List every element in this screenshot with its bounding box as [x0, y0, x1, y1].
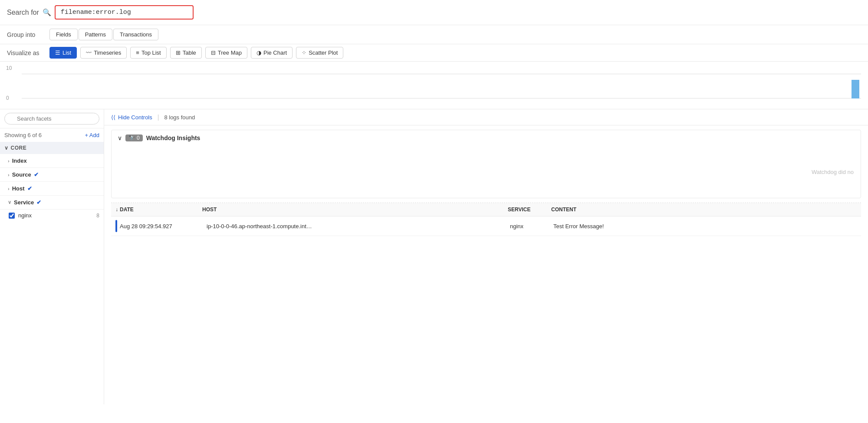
- showing-label: Showing 6 of 6: [4, 132, 42, 138]
- nginx-checkbox[interactable]: [9, 213, 15, 219]
- main-content: 🔍 Showing 6 of 6 + Add ∨ CORE › Index › …: [0, 109, 868, 404]
- hide-controls-button[interactable]: ⟨⟨ Hide Controls: [111, 114, 152, 121]
- group-into-transactions-button[interactable]: Transactions: [113, 29, 158, 40]
- chart-bar: [852, 80, 859, 98]
- list-icon: ☰: [55, 49, 60, 56]
- viz-scatterplot-button[interactable]: ⁘ Scatter Plot: [296, 47, 343, 59]
- td-host: ip-10-0-0-46.ap-northeast-1.compute.int…: [207, 223, 510, 230]
- viz-piechart-button[interactable]: ◑ Pie Chart: [251, 47, 293, 59]
- facet-search-area: 🔍: [0, 109, 104, 128]
- search-bar: Search for 🔍: [0, 0, 868, 25]
- watchdog-header[interactable]: ∨ 🔭 0 Watchdog Insights: [112, 130, 861, 146]
- watchdog-title: Watchdog Insights: [146, 134, 201, 141]
- td-service: nginx: [510, 223, 553, 230]
- watchdog-section: ∨ 🔭 0 Watchdog Insights Watchdog did no: [111, 130, 861, 198]
- chart-area: 10 0: [0, 62, 868, 109]
- visualize-as-row: Visualize as ☰ List 〰 Timeseries ≡ Top L…: [0, 44, 868, 62]
- watchdog-message: Watchdog did no: [812, 169, 854, 175]
- add-facet-button[interactable]: + Add: [85, 132, 99, 138]
- facet-service[interactable]: ∨ Service ✔: [0, 196, 104, 210]
- logs-table: ↓ DATE HOST SERVICE CONTENT Aug 28 09:29…: [111, 203, 861, 236]
- scatterplot-icon: ⁘: [302, 49, 306, 56]
- group-into-patterns-button[interactable]: Patterns: [79, 29, 112, 40]
- chart-y-top-label: 10: [6, 65, 12, 71]
- th-content: CONTENT: [551, 207, 857, 213]
- td-date: Aug 28 09:29:54.927: [120, 223, 207, 230]
- watchdog-badge: 🔭 0: [125, 134, 143, 141]
- host-chevron-icon: ›: [8, 186, 10, 191]
- table-icon: ⊞: [176, 49, 181, 56]
- facet-search-input[interactable]: [4, 113, 99, 125]
- sidebar: 🔍 Showing 6 of 6 + Add ∨ CORE › Index › …: [0, 109, 104, 404]
- facet-source[interactable]: › Source ✔: [0, 168, 104, 182]
- facet-service-nginx-row: nginx 8: [0, 210, 104, 221]
- toplist-icon: ≡: [136, 49, 139, 56]
- source-chevron-icon: ›: [8, 172, 10, 177]
- search-input[interactable]: [55, 5, 194, 20]
- search-for-label: Search for: [7, 9, 39, 16]
- facet-source-label: Source: [12, 171, 31, 178]
- piechart-icon: ◑: [256, 49, 261, 56]
- facet-service-label: Service: [14, 199, 34, 206]
- th-service: SERVICE: [508, 207, 551, 213]
- date-sort-icon: ↓: [115, 207, 118, 213]
- facet-search-wrap: 🔍: [4, 113, 99, 125]
- group-into-fields-button[interactable]: Fields: [49, 29, 78, 40]
- th-host: HOST: [202, 207, 508, 213]
- showing-row: Showing 6 of 6 + Add: [0, 128, 104, 142]
- viz-table-button[interactable]: ⊞ Table: [170, 47, 202, 59]
- search-icon: 🔍: [43, 8, 51, 16]
- group-into-row: Group into Fields Patterns Transactions: [0, 25, 868, 44]
- group-into-label: Group into: [7, 31, 46, 38]
- visualize-as-label: Visualize as: [7, 49, 46, 56]
- facet-host[interactable]: › Host ✔: [0, 182, 104, 196]
- facet-index-label: Index: [12, 157, 27, 164]
- viz-list-button[interactable]: ☰ List: [49, 47, 77, 59]
- watchdog-chevron-icon: ∨: [118, 134, 122, 141]
- chart-bars: [22, 74, 861, 98]
- core-section-label: CORE: [11, 145, 27, 151]
- treemap-icon: ⊟: [211, 49, 216, 56]
- core-chevron-icon: ∨: [4, 145, 9, 151]
- chart-y-bottom-label: 0: [6, 95, 9, 101]
- table-row[interactable]: Aug 28 09:29:54.927 ip-10-0-0-46.ap-nort…: [111, 216, 861, 236]
- viz-treemap-button[interactable]: ⊟ Tree Map: [205, 47, 247, 59]
- facet-index[interactable]: › Index: [0, 154, 104, 168]
- facet-host-label: Host: [12, 185, 25, 192]
- logs-count: 8 logs found: [164, 114, 195, 121]
- viz-toplist-button[interactable]: ≡ Top List: [130, 47, 166, 59]
- hide-controls-icon: ⟨⟨: [111, 114, 115, 121]
- results-header: ⟨⟨ Hide Controls | 8 logs found: [104, 109, 868, 125]
- viz-timeseries-button[interactable]: 〰 Timeseries: [80, 47, 127, 59]
- service-check-icon: ✔: [36, 199, 41, 206]
- nginx-label: nginx: [18, 212, 93, 219]
- watchdog-body: Watchdog did no: [112, 146, 861, 198]
- group-into-buttons: Fields Patterns Transactions: [49, 29, 158, 40]
- core-section-header[interactable]: ∨ CORE: [0, 142, 104, 154]
- results-divider: |: [158, 114, 159, 121]
- table-header-row: ↓ DATE HOST SERVICE CONTENT: [111, 203, 861, 216]
- td-content: Test Error Message!: [553, 223, 857, 230]
- nginx-count: 8: [96, 213, 99, 219]
- right-panel: ⟨⟨ Hide Controls | 8 logs found ∨ 🔭 0 Wa…: [104, 109, 868, 404]
- th-date[interactable]: ↓ DATE: [115, 207, 202, 213]
- binoculars-icon: 🔭: [128, 135, 135, 141]
- row-indicator: [115, 220, 117, 232]
- service-chevron-icon: ∨: [8, 200, 11, 205]
- index-chevron-icon: ›: [8, 158, 10, 164]
- timeseries-icon: 〰: [86, 49, 92, 56]
- host-check-icon: ✔: [27, 185, 32, 192]
- source-check-icon: ✔: [34, 171, 39, 178]
